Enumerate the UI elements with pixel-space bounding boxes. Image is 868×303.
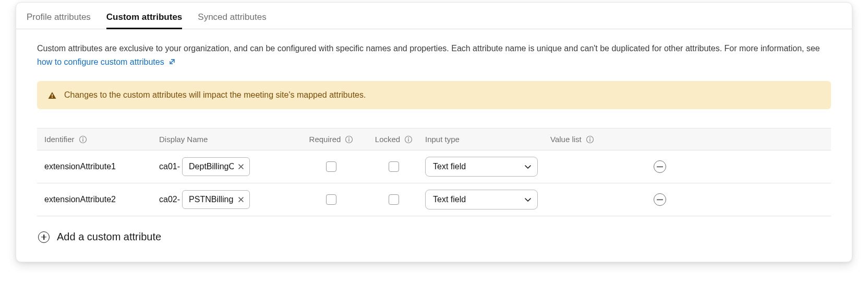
identifier-cell: extensionAttribute1 (44, 162, 159, 171)
info-icon[interactable] (345, 135, 353, 144)
remove-row-button[interactable] (654, 193, 666, 206)
tab-synced-attributes[interactable]: Synced attributes (198, 7, 266, 29)
required-checkbox[interactable] (326, 194, 336, 205)
col-value-list: Value list (550, 135, 644, 144)
clear-input-button[interactable] (235, 194, 247, 205)
col-required-label: Required (309, 135, 341, 144)
add-attribute-label: Add a custom attribute (57, 231, 161, 243)
display-name-cell: ca01- (159, 157, 300, 176)
chevron-down-icon (524, 196, 532, 203)
col-identifier: Identifier (44, 135, 159, 144)
clear-input-button[interactable] (235, 161, 247, 172)
attribute-tabs: Profile attributes Custom attributes Syn… (16, 7, 852, 29)
table-header: Identifier Display Name Required Locked … (37, 128, 831, 150)
display-name-prefix: ca02- (159, 195, 180, 204)
input-type-select[interactable]: Text field (425, 190, 538, 209)
tab-profile-attributes[interactable]: Profile attributes (27, 7, 91, 29)
tab-content: Custom attributes are exclusive to your … (16, 29, 852, 243)
close-icon (237, 196, 245, 203)
intro-help-link[interactable]: how to configure custom attributes (37, 57, 176, 66)
chevron-down-icon (524, 163, 532, 170)
close-icon (237, 163, 245, 170)
add-attribute-button[interactable]: Add a custom attribute (37, 231, 831, 243)
table-row: extensionAttribute2 ca02- Text field (37, 183, 831, 216)
warning-text: Changes to the custom attributes will im… (64, 90, 366, 100)
warning-icon (47, 91, 57, 100)
col-input-type-label: Input type (425, 135, 460, 144)
input-type-value: Text field (433, 195, 466, 204)
remove-row-button[interactable] (654, 160, 666, 173)
intro-plain: Custom attributes are exclusive to your … (37, 44, 820, 53)
table-row: extensionAttribute1 ca01- Text field (37, 150, 831, 183)
external-link-icon (168, 58, 176, 65)
impact-warning-alert: Changes to the custom attributes will im… (37, 81, 831, 109)
col-display-name-label: Display Name (159, 135, 208, 144)
display-name-prefix: ca01- (159, 162, 180, 171)
col-input-type: Input type (425, 135, 550, 144)
identifier-cell: extensionAttribute2 (44, 195, 159, 204)
col-identifier-label: Identifier (44, 135, 75, 144)
info-icon[interactable] (404, 135, 413, 144)
intro-link-text: how to configure custom attributes (37, 57, 164, 66)
plus-circle-icon (38, 231, 50, 243)
col-display-name: Display Name (159, 135, 300, 144)
input-type-value: Text field (433, 162, 466, 171)
display-name-cell: ca02- (159, 190, 300, 209)
tab-custom-attributes[interactable]: Custom attributes (106, 7, 182, 29)
input-type-select[interactable]: Text field (425, 157, 538, 177)
attributes-table: Identifier Display Name Required Locked … (37, 128, 831, 216)
required-checkbox[interactable] (326, 161, 336, 172)
col-locked-label: Locked (375, 135, 400, 144)
custom-attributes-panel: Profile attributes Custom attributes Syn… (16, 2, 852, 262)
col-required: Required (300, 135, 363, 144)
locked-checkbox[interactable] (389, 194, 399, 205)
col-locked: Locked (363, 135, 425, 144)
col-value-list-label: Value list (550, 135, 582, 144)
info-icon[interactable] (79, 135, 87, 144)
intro-text: Custom attributes are exclusive to your … (37, 42, 831, 68)
locked-checkbox[interactable] (389, 161, 399, 172)
info-icon[interactable] (586, 135, 594, 144)
